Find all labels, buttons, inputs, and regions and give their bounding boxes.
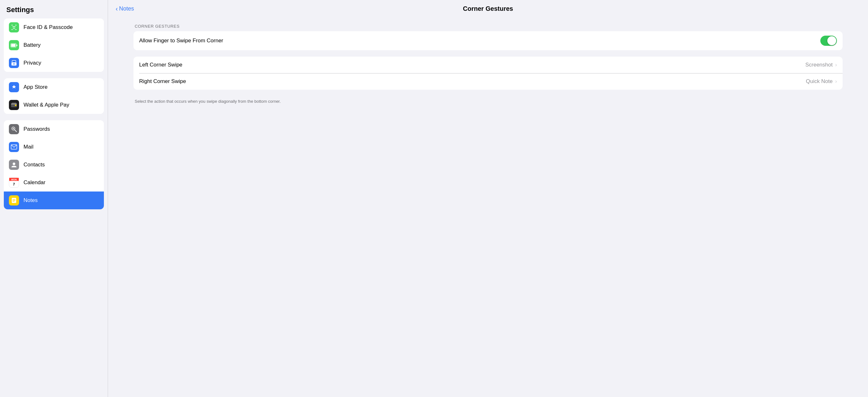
sidebar-item-passwords[interactable]: Passwords: [4, 120, 104, 138]
sidebar-item-calendar[interactable]: MON 7 Calendar: [4, 174, 104, 192]
allow-finger-row: Allow Finger to Swipe From Corner: [133, 31, 843, 50]
left-corner-row[interactable]: Left Corner Swipe Screenshot ›: [133, 57, 843, 73]
settings-group-2: App Store Wallet & Apple Pay: [4, 78, 104, 114]
sidebar-item-battery[interactable]: Battery: [4, 36, 104, 54]
section-label: CORNER GESTURES: [133, 24, 843, 29]
wallet-label: Wallet & Apple Pay: [24, 102, 69, 108]
right-corner-value: Quick Note: [806, 78, 833, 85]
main-header: ‹ Notes Corner Gestures: [108, 0, 868, 18]
sidebar-item-privacy[interactable]: Privacy: [4, 54, 104, 72]
sidebar-item-mail[interactable]: Mail: [4, 138, 104, 156]
back-button[interactable]: ‹ Notes: [116, 5, 134, 12]
svg-text:7: 7: [13, 182, 15, 186]
battery-label: Battery: [24, 42, 41, 48]
faceid-icon: [9, 22, 19, 32]
allow-finger-card: Allow Finger to Swipe From Corner: [133, 31, 843, 50]
svg-point-21: [13, 163, 15, 165]
svg-rect-2: [11, 29, 13, 30]
svg-text:MON: MON: [11, 178, 17, 181]
svg-line-17: [14, 130, 17, 132]
back-chevron-icon: ‹: [116, 5, 118, 12]
svg-rect-8: [11, 44, 16, 47]
mail-label: Mail: [24, 144, 33, 150]
passwords-icon: [9, 124, 19, 134]
toggle-knob: [827, 36, 836, 45]
left-corner-label: Left Corner Swipe: [139, 62, 805, 68]
svg-rect-15: [12, 103, 16, 104]
svg-point-5: [14, 26, 16, 27]
contacts-icon: [9, 160, 19, 170]
notes-label: Notes: [24, 197, 37, 204]
sidebar-item-appstore[interactable]: App Store: [4, 78, 104, 96]
passwords-label: Passwords: [24, 126, 50, 132]
calendar-icon: MON 7: [9, 177, 19, 188]
battery-icon: [9, 40, 19, 50]
back-label: Notes: [119, 5, 134, 12]
page-title: Corner Gestures: [463, 5, 513, 12]
svg-rect-9: [17, 45, 18, 46]
sidebar-item-contacts[interactable]: Contacts: [4, 156, 104, 174]
section-footer: Select the action that occurs when you s…: [133, 96, 843, 104]
svg-rect-14: [15, 105, 17, 106]
svg-rect-3: [15, 29, 17, 30]
right-corner-label: Right Corner Swipe: [139, 78, 806, 85]
main-content: CORNER GESTURES Allow Finger to Swipe Fr…: [108, 18, 868, 111]
left-corner-chevron-icon: ›: [835, 62, 837, 68]
left-corner-value: Screenshot: [805, 62, 833, 68]
calendar-label: Calendar: [24, 179, 45, 186]
settings-group-3: Passwords Mail Contacts: [4, 120, 104, 209]
svg-rect-1: [15, 25, 17, 25]
privacy-label: Privacy: [24, 60, 41, 66]
sidebar-title: Settings: [0, 0, 108, 19]
main-panel: ‹ Notes Corner Gestures CORNER GESTURES …: [108, 0, 868, 397]
sidebar-item-wallet[interactable]: Wallet & Apple Pay: [4, 96, 104, 114]
right-corner-row[interactable]: Right Corner Swipe Quick Note ›: [133, 73, 843, 90]
svg-point-4: [13, 26, 14, 27]
svg-point-11: [13, 63, 14, 64]
settings-group-1: Face ID & Passcode Battery Privacy: [4, 19, 104, 72]
sidebar-item-notes[interactable]: Notes: [4, 192, 104, 209]
appstore-label: App Store: [24, 84, 48, 90]
wallet-icon: [9, 100, 19, 110]
mail-icon: [9, 142, 19, 152]
appstore-icon: [9, 82, 19, 92]
right-corner-chevron-icon: ›: [835, 79, 837, 84]
corner-swipe-card: Left Corner Swipe Screenshot › Right Cor…: [133, 57, 843, 90]
svg-rect-0: [11, 25, 13, 25]
allow-finger-toggle[interactable]: [820, 36, 837, 46]
sidebar-item-faceid[interactable]: Face ID & Passcode: [4, 19, 104, 36]
contacts-label: Contacts: [24, 162, 45, 168]
notes-icon: [9, 195, 19, 205]
privacy-icon: [9, 58, 19, 68]
allow-finger-label: Allow Finger to Swipe From Corner: [139, 37, 820, 44]
faceid-label: Face ID & Passcode: [24, 24, 73, 31]
sidebar: Settings Face ID & Passcode: [0, 0, 108, 397]
